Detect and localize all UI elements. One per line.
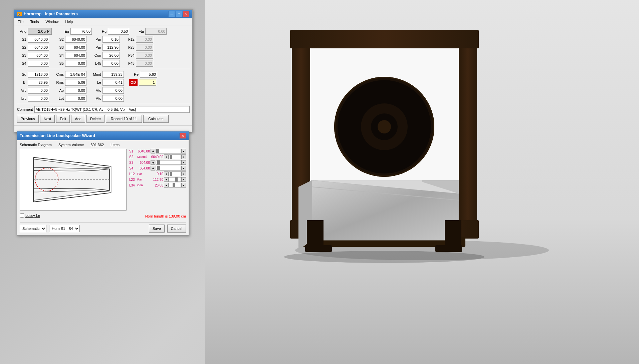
slider-l12: L12 Par 0.10 ◄ ► <box>129 171 186 176</box>
menu-file[interactable]: File <box>16 19 26 24</box>
input-eg[interactable] <box>70 28 92 35</box>
label-f23: F23 <box>125 45 135 49</box>
slider-l34-track[interactable] <box>169 183 181 188</box>
input-s1[interactable] <box>28 36 49 43</box>
input-f45[interactable] <box>136 60 153 67</box>
row-bl: Bl Rms Le OD <box>17 79 190 86</box>
slider-s3-track[interactable] <box>156 160 181 165</box>
save-button[interactable]: Save <box>149 225 165 233</box>
input-s3-row[interactable] <box>28 52 49 59</box>
record-button[interactable]: Record 10 of 11 <box>106 115 142 123</box>
label-s3-row: S3 <box>17 53 26 57</box>
input-vtc[interactable] <box>102 87 124 94</box>
menu-help[interactable]: Help <box>63 19 75 24</box>
input-s2[interactable] <box>28 44 49 51</box>
input-f12[interactable] <box>136 36 153 43</box>
slider-s3-right[interactable]: ► <box>181 160 186 165</box>
slider-l23-right[interactable]: ► <box>181 177 186 182</box>
slider-l12-left[interactable]: ◄ <box>164 171 169 176</box>
input-cms[interactable] <box>65 71 86 78</box>
slider-l34-left[interactable]: ◄ <box>164 183 169 188</box>
input-par2[interactable] <box>102 44 120 51</box>
row-sd: Sd Cms Mmd Re <box>17 71 190 78</box>
input-par1[interactable] <box>102 36 120 43</box>
close-button[interactable]: ✕ <box>183 11 190 17</box>
maximize-button[interactable]: □ <box>176 11 182 17</box>
slider-l12-right[interactable]: ► <box>181 171 186 176</box>
slider-s2-right[interactable]: ► <box>181 154 186 159</box>
row-s3: S3 S4 Con F34 <box>17 52 190 59</box>
input-s2-main[interactable] <box>65 36 86 43</box>
controls-area: S1 6040.00 ◄ ► S2 Manual 6040.00 <box>129 149 186 211</box>
slider-l23-label: L23 <box>129 178 137 181</box>
input-s4-main[interactable] <box>65 52 86 59</box>
slider-s2-track[interactable] <box>169 154 181 159</box>
svg-rect-4 <box>290 30 479 48</box>
slider-s1: S1 6040.00 ◄ ► <box>129 149 186 153</box>
horn-length-text: Horn length is 139.00 cm <box>145 214 186 218</box>
type-select[interactable]: Horn S1 - S4 Horn S1 - S3 Conical <box>49 225 80 232</box>
input-l45[interactable] <box>102 60 120 67</box>
slider-l12-container: ◄ ► <box>164 171 186 176</box>
input-f23[interactable] <box>136 44 153 51</box>
slider-s1-left[interactable]: ◄ <box>151 149 155 153</box>
input-ap[interactable] <box>65 87 86 94</box>
slider-s1-right[interactable]: ► <box>181 149 186 153</box>
slider-l34-right[interactable]: ► <box>181 183 186 188</box>
input-comment[interactable] <box>34 106 190 113</box>
slider-l23-track[interactable] <box>169 177 181 182</box>
input-vrc[interactable] <box>28 87 49 94</box>
input-s5[interactable] <box>65 60 86 67</box>
slider-l12-track[interactable] <box>169 171 181 176</box>
input-s4[interactable] <box>28 60 49 67</box>
wizard-close-button[interactable]: ✕ <box>179 133 186 139</box>
calculate-button[interactable]: Calculate <box>143 115 169 123</box>
menu-tools[interactable]: Tools <box>28 19 41 24</box>
label-mmd: Mmd <box>92 72 101 76</box>
wizard-footer-right: Save Cancel <box>149 225 186 233</box>
minimize-button[interactable]: ─ <box>168 11 175 17</box>
label-par2: Par <box>92 45 101 49</box>
app-icon: 🔊 <box>17 12 22 16</box>
menu-window[interactable]: Window <box>43 19 60 24</box>
input-fta[interactable] <box>145 28 167 35</box>
input-f34[interactable] <box>136 52 153 59</box>
wizard-main: S1 6040.00 ◄ ► S2 Manual 6040.00 <box>20 149 186 211</box>
slider-s4-left[interactable]: ◄ <box>151 166 155 170</box>
view-select[interactable]: Schematic 3D View <box>20 225 46 232</box>
label-f12: F12 <box>125 37 135 41</box>
lossy-le-label[interactable]: Lossy Le <box>25 214 40 218</box>
previous-button[interactable]: Previous <box>17 115 39 123</box>
slider-s1-track[interactable] <box>156 149 181 153</box>
cancel-button[interactable]: Cancel <box>167 225 186 233</box>
slider-l12-sublabel: Par <box>137 172 150 175</box>
slider-s4-right[interactable]: ► <box>181 166 186 170</box>
label-od: OD <box>129 79 138 86</box>
input-rg[interactable] <box>108 28 129 35</box>
input-bl[interactable] <box>28 79 49 86</box>
input-atc[interactable] <box>102 95 124 102</box>
input-lpt[interactable] <box>65 95 86 102</box>
slider-s2-left[interactable]: ◄ <box>164 154 169 159</box>
input-re[interactable] <box>140 71 157 78</box>
delete-button[interactable]: Delete <box>86 115 104 123</box>
input-lrc[interactable] <box>28 95 49 102</box>
input-mmd[interactable] <box>102 71 124 78</box>
input-le[interactable] <box>102 79 124 86</box>
lossy-le-checkbox[interactable] <box>20 213 24 218</box>
slider-l23-left[interactable]: ◄ <box>164 177 169 182</box>
row-s4: S4 S5 L45 F45 <box>17 60 190 67</box>
input-rms[interactable] <box>65 79 86 86</box>
slider-s3-left[interactable]: ◄ <box>151 160 155 165</box>
label-par1: Par <box>92 37 101 41</box>
add-button[interactable]: Add <box>71 115 85 123</box>
input-ang[interactable] <box>28 28 52 35</box>
input-od[interactable] <box>139 79 156 86</box>
input-s3[interactable] <box>65 44 86 51</box>
next-button[interactable]: Next <box>40 115 55 123</box>
input-sd[interactable] <box>28 71 49 78</box>
label-f34: F34 <box>125 53 135 57</box>
edit-button[interactable]: Edit <box>56 115 70 123</box>
input-con[interactable] <box>102 52 120 59</box>
slider-s4-track[interactable] <box>156 166 181 170</box>
